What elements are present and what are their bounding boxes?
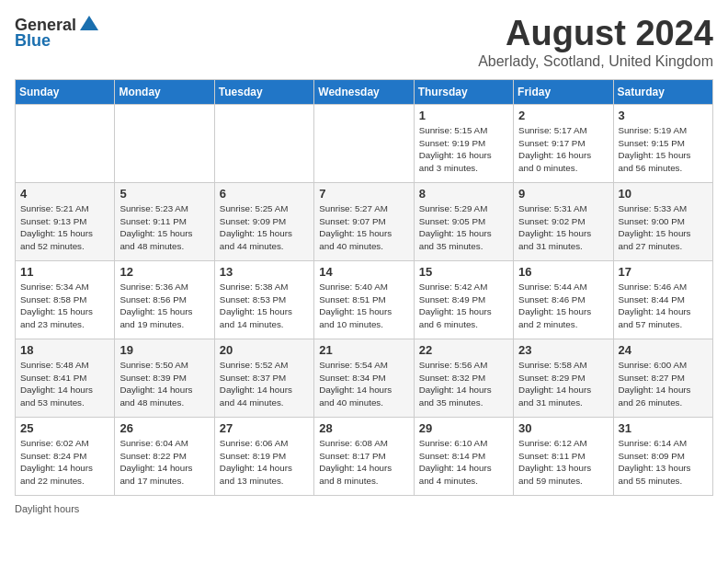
calendar-cell: 24Sunrise: 6:00 AM Sunset: 8:27 PM Dayli… bbox=[613, 339, 712, 417]
calendar-cell: 16Sunrise: 5:44 AM Sunset: 8:46 PM Dayli… bbox=[514, 260, 613, 339]
day-number: 29 bbox=[419, 421, 508, 435]
day-info: Sunrise: 5:42 AM Sunset: 8:49 PM Dayligh… bbox=[419, 281, 508, 331]
day-info: Sunrise: 5:33 AM Sunset: 9:00 PM Dayligh… bbox=[619, 202, 708, 253]
calendar-cell: 30Sunrise: 6:12 AM Sunset: 8:11 PM Dayli… bbox=[514, 417, 613, 495]
calendar-cell: 7Sunrise: 5:27 AM Sunset: 9:07 PM Daylig… bbox=[314, 182, 414, 260]
day-number: 27 bbox=[220, 421, 309, 435]
day-number: 9 bbox=[518, 187, 608, 201]
calendar-cell bbox=[115, 104, 214, 182]
calendar-cell: 22Sunrise: 5:56 AM Sunset: 8:32 PM Dayli… bbox=[414, 339, 513, 417]
day-info: Sunrise: 5:15 AM Sunset: 9:19 PM Dayligh… bbox=[419, 124, 508, 175]
day-info: Sunrise: 6:04 AM Sunset: 8:22 PM Dayligh… bbox=[119, 437, 209, 488]
calendar-cell: 14Sunrise: 5:40 AM Sunset: 8:51 PM Dayli… bbox=[314, 260, 414, 339]
day-info: Sunrise: 6:06 AM Sunset: 8:19 PM Dayligh… bbox=[220, 437, 309, 488]
day-info: Sunrise: 6:10 AM Sunset: 8:14 PM Dayligh… bbox=[419, 437, 508, 488]
day-number: 1 bbox=[419, 109, 508, 122]
calendar-cell: 19Sunrise: 5:50 AM Sunset: 8:39 PM Dayli… bbox=[115, 339, 214, 417]
day-number: 18 bbox=[20, 343, 109, 357]
day-info: Sunrise: 5:21 AM Sunset: 9:13 PM Dayligh… bbox=[20, 202, 109, 253]
day-info: Sunrise: 5:34 AM Sunset: 8:58 PM Dayligh… bbox=[20, 281, 109, 331]
day-number: 16 bbox=[518, 265, 608, 279]
page-header: General Blue August 2024 Aberlady, Scotl… bbox=[15, 15, 713, 70]
day-number: 6 bbox=[220, 187, 309, 201]
day-number: 15 bbox=[419, 265, 508, 279]
calendar-cell: 10Sunrise: 5:33 AM Sunset: 9:00 PM Dayli… bbox=[613, 182, 712, 260]
logo-blue: Blue bbox=[15, 31, 51, 51]
day-number: 24 bbox=[619, 343, 708, 357]
calendar-week-row: 11Sunrise: 5:34 AM Sunset: 8:58 PM Dayli… bbox=[16, 260, 713, 339]
logo-icon bbox=[79, 15, 99, 35]
calendar-week-row: 4Sunrise: 5:21 AM Sunset: 9:13 PM Daylig… bbox=[16, 182, 713, 260]
calendar-cell: 11Sunrise: 5:34 AM Sunset: 8:58 PM Dayli… bbox=[16, 260, 115, 339]
day-info: Sunrise: 6:02 AM Sunset: 8:24 PM Dayligh… bbox=[20, 437, 109, 488]
day-number: 2 bbox=[518, 109, 608, 122]
day-info: Sunrise: 5:50 AM Sunset: 8:39 PM Dayligh… bbox=[119, 359, 209, 409]
calendar-day-header: Monday bbox=[115, 79, 214, 104]
day-info: Sunrise: 6:14 AM Sunset: 8:09 PM Dayligh… bbox=[619, 437, 708, 488]
day-number: 7 bbox=[319, 187, 408, 201]
calendar-week-row: 1Sunrise: 5:15 AM Sunset: 9:19 PM Daylig… bbox=[16, 104, 713, 182]
calendar-cell: 3Sunrise: 5:19 AM Sunset: 9:15 PM Daylig… bbox=[613, 104, 712, 182]
day-number: 11 bbox=[20, 265, 109, 279]
day-info: Sunrise: 5:38 AM Sunset: 8:53 PM Dayligh… bbox=[220, 281, 309, 331]
calendar-day-header: Thursday bbox=[414, 79, 513, 104]
calendar-cell: 9Sunrise: 5:31 AM Sunset: 9:02 PM Daylig… bbox=[514, 182, 613, 260]
calendar-cell: 26Sunrise: 6:04 AM Sunset: 8:22 PM Dayli… bbox=[115, 417, 214, 495]
calendar-cell: 20Sunrise: 5:52 AM Sunset: 8:37 PM Dayli… bbox=[214, 339, 313, 417]
calendar-cell: 29Sunrise: 6:10 AM Sunset: 8:14 PM Dayli… bbox=[414, 417, 513, 495]
day-info: Sunrise: 5:27 AM Sunset: 9:07 PM Dayligh… bbox=[319, 202, 408, 253]
day-info: Sunrise: 5:17 AM Sunset: 9:17 PM Dayligh… bbox=[518, 124, 608, 175]
calendar-day-header: Sunday bbox=[16, 79, 115, 104]
calendar-cell: 15Sunrise: 5:42 AM Sunset: 8:49 PM Dayli… bbox=[414, 260, 513, 339]
day-number: 26 bbox=[119, 421, 209, 435]
day-info: Sunrise: 6:12 AM Sunset: 8:11 PM Dayligh… bbox=[518, 437, 608, 488]
day-info: Sunrise: 5:25 AM Sunset: 9:09 PM Dayligh… bbox=[220, 202, 309, 253]
day-number: 14 bbox=[319, 265, 408, 279]
day-info: Sunrise: 5:31 AM Sunset: 9:02 PM Dayligh… bbox=[518, 202, 608, 253]
day-info: Sunrise: 6:08 AM Sunset: 8:17 PM Dayligh… bbox=[319, 437, 408, 488]
day-number: 31 bbox=[619, 421, 708, 435]
calendar-cell: 13Sunrise: 5:38 AM Sunset: 8:53 PM Dayli… bbox=[214, 260, 313, 339]
calendar-cell: 5Sunrise: 5:23 AM Sunset: 9:11 PM Daylig… bbox=[115, 182, 214, 260]
day-number: 3 bbox=[619, 109, 708, 122]
calendar-cell: 31Sunrise: 6:14 AM Sunset: 8:09 PM Dayli… bbox=[613, 417, 712, 495]
calendar-cell bbox=[214, 104, 313, 182]
calendar-cell: 23Sunrise: 5:58 AM Sunset: 8:29 PM Dayli… bbox=[514, 339, 613, 417]
day-number: 13 bbox=[220, 265, 309, 279]
calendar-cell: 8Sunrise: 5:29 AM Sunset: 9:05 PM Daylig… bbox=[414, 182, 513, 260]
day-info: Sunrise: 5:58 AM Sunset: 8:29 PM Dayligh… bbox=[518, 359, 608, 409]
calendar-cell bbox=[16, 104, 115, 182]
calendar-week-row: 25Sunrise: 6:02 AM Sunset: 8:24 PM Dayli… bbox=[16, 417, 713, 495]
day-number: 5 bbox=[119, 187, 209, 201]
calendar-day-header: Saturday bbox=[613, 79, 712, 104]
day-number: 20 bbox=[220, 343, 309, 357]
calendar-table: SundayMondayTuesdayWednesdayThursdayFrid… bbox=[15, 79, 713, 496]
footer: Daylight hours bbox=[15, 503, 713, 514]
day-info: Sunrise: 5:56 AM Sunset: 8:32 PM Dayligh… bbox=[419, 359, 508, 409]
day-number: 4 bbox=[20, 187, 109, 201]
day-info: Sunrise: 5:46 AM Sunset: 8:44 PM Dayligh… bbox=[619, 281, 708, 331]
day-number: 8 bbox=[419, 187, 508, 201]
calendar-cell: 17Sunrise: 5:46 AM Sunset: 8:44 PM Dayli… bbox=[613, 260, 712, 339]
day-number: 10 bbox=[619, 187, 708, 201]
daylight-label: Daylight hours bbox=[15, 503, 79, 514]
calendar-cell: 25Sunrise: 6:02 AM Sunset: 8:24 PM Dayli… bbox=[16, 417, 115, 495]
calendar-cell: 28Sunrise: 6:08 AM Sunset: 8:17 PM Dayli… bbox=[314, 417, 414, 495]
day-info: Sunrise: 5:19 AM Sunset: 9:15 PM Dayligh… bbox=[619, 124, 708, 175]
day-info: Sunrise: 5:40 AM Sunset: 8:51 PM Dayligh… bbox=[319, 281, 408, 331]
calendar-cell: 21Sunrise: 5:54 AM Sunset: 8:34 PM Dayli… bbox=[314, 339, 414, 417]
day-number: 22 bbox=[419, 343, 508, 357]
calendar-cell: 27Sunrise: 6:06 AM Sunset: 8:19 PM Dayli… bbox=[214, 417, 313, 495]
day-info: Sunrise: 5:29 AM Sunset: 9:05 PM Dayligh… bbox=[419, 202, 508, 253]
month-title: August 2024 bbox=[478, 15, 713, 53]
day-number: 23 bbox=[518, 343, 608, 357]
day-number: 30 bbox=[518, 421, 608, 435]
day-info: Sunrise: 5:44 AM Sunset: 8:46 PM Dayligh… bbox=[518, 281, 608, 331]
calendar-cell bbox=[314, 104, 414, 182]
day-number: 25 bbox=[20, 421, 109, 435]
day-info: Sunrise: 5:52 AM Sunset: 8:37 PM Dayligh… bbox=[220, 359, 309, 409]
calendar-cell: 2Sunrise: 5:17 AM Sunset: 9:17 PM Daylig… bbox=[514, 104, 613, 182]
calendar-cell: 18Sunrise: 5:48 AM Sunset: 8:41 PM Dayli… bbox=[16, 339, 115, 417]
day-number: 21 bbox=[319, 343, 408, 357]
title-section: August 2024 Aberlady, Scotland, United K… bbox=[478, 15, 713, 70]
